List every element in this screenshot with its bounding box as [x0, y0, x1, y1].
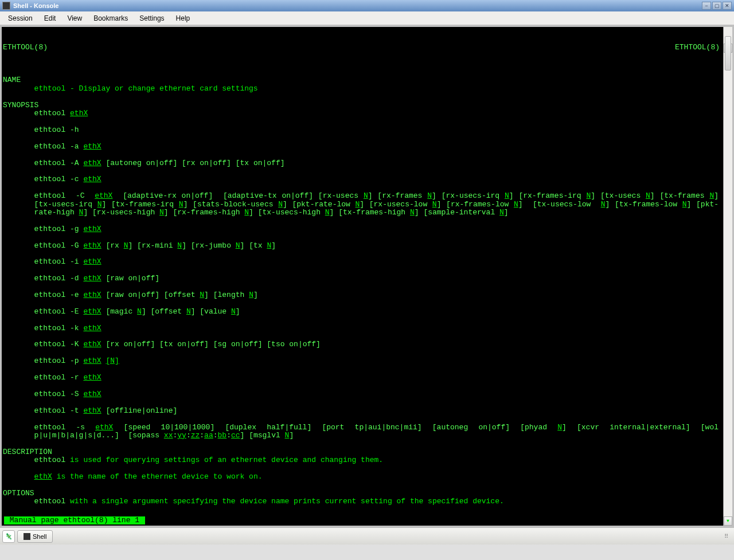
syn-l6-w: ] [rx-usecs-low — [360, 200, 432, 209]
syn-l6-r: N — [179, 200, 184, 209]
terminal[interactable]: ▲ ▼ ETHTOOL(8)ETHTOOL(8) NAME ethtool - … — [2, 27, 732, 526]
syn-l11-c: [raw on|off] [offset — [101, 291, 200, 299]
task-label: Shell — [33, 533, 46, 540]
syn-l11-f: N — [249, 291, 253, 299]
syn-l6-am: ] [tx-frames-high — [330, 208, 410, 217]
desc-cmd: ethtool — [34, 456, 66, 464]
menu-session[interactable]: Session — [2, 13, 38, 24]
syn-l12-g: ] [value — [191, 307, 231, 316]
syn-l17-cmd: ethtool -S — [34, 390, 84, 398]
syn-l19-a: ethtool -s — [34, 423, 96, 432]
syn-l18-opts: [offline|online] — [101, 406, 178, 415]
syn-l8-a: ethtool -G — [34, 241, 84, 250]
syn-l6-l: N — [646, 191, 650, 200]
menu-edit[interactable]: Edit — [38, 13, 62, 24]
syn-l6-ac: ] [tx-frames-low — [605, 200, 682, 209]
syn-l6-b: ethX — [95, 191, 112, 200]
section-name: NAME — [3, 76, 21, 84]
close-button[interactable]: ✕ — [723, 2, 732, 10]
syn-l15-d: [N] — [106, 357, 119, 365]
section-options: OPTIONS — [3, 489, 34, 498]
status-line: Manual page ethtool(8) line 1 — [4, 516, 145, 524]
syn-l4-cmd: ethtool -A — [34, 159, 84, 167]
syn-l6-h: N — [505, 191, 509, 200]
syn-l6-a: ethtool -C — [34, 191, 95, 200]
syn-l15-b: ethX — [83, 357, 101, 365]
syn-l11-d: N — [200, 291, 204, 299]
syn-l6-ak: ] [tx-usecs-high — [249, 208, 325, 217]
syn-l18-cmd: ethtool -t — [34, 406, 84, 415]
syn-l17-arg: ethX — [83, 390, 101, 398]
syn-l19-d: N — [557, 423, 562, 432]
syn-l6-ah: N — [159, 208, 164, 217]
syn-l6-g: ] [rx-usecs-irq — [432, 191, 505, 200]
syn-l6-f: N — [427, 191, 432, 200]
syn-l19-b: ethX — [95, 423, 113, 432]
syn-l6-aq: ] — [504, 208, 509, 217]
syn-l9-cmd: ethtool -i — [34, 257, 84, 266]
syn-l6-k: ] [tx-usecs — [591, 191, 646, 200]
syn-l8-g: ] [rx-jumbo — [182, 241, 236, 250]
app-icon — [2, 2, 10, 10]
syn-l8-e: ] [rx-mini — [128, 241, 177, 250]
start-icon: 🦎 — [5, 533, 12, 539]
section-description: DESCRIPTION — [3, 448, 52, 456]
syn-l8-c: [rx — [101, 241, 124, 250]
syn-l3-cmd: ethtool -a — [34, 142, 84, 151]
syn-l10-cmd: ethtool -d — [34, 274, 84, 283]
syn-l14-opts: [rx on|off] [tx on|off] [sg on|off] [tso… — [101, 340, 321, 348]
syn-l6-u: ] [pkt-rate-low — [283, 200, 356, 209]
syn-l2: ethtool -h — [34, 126, 79, 134]
syn-l6-an: N — [410, 208, 415, 217]
maximize-button[interactable]: ▢ — [712, 2, 721, 10]
system-tray[interactable]: ⠿ — [721, 533, 732, 539]
syn-l6-x: N — [432, 200, 437, 209]
syn-l16-cmd: ethtool -r — [34, 373, 84, 382]
syn-l12-e: ] [offset — [142, 307, 186, 316]
menu-bookmarks[interactable]: Bookmarks — [88, 13, 134, 24]
syn-l8-f: N — [177, 241, 182, 250]
start-button[interactable]: 🦎 — [2, 530, 15, 543]
terminal-icon — [24, 533, 30, 540]
syn-l16-arg: ethX — [83, 373, 101, 382]
syn-l6-ap: N — [499, 208, 504, 217]
syn-l4-opts: [autoneg on|off] [rx on|off] [tx on|off] — [101, 159, 285, 167]
taskbar: 🦎 Shell ⠿ — [0, 527, 734, 545]
scroll-thumb[interactable] — [725, 36, 731, 71]
opt-text1: with a single argument specifying the de… — [65, 497, 504, 506]
menu-settings[interactable]: Settings — [134, 13, 170, 24]
syn-l10-opts: [raw on|off] — [101, 274, 159, 283]
syn-l12-h: N — [231, 307, 236, 316]
syn-l8-k: ] — [271, 241, 276, 250]
terminal-frame: ▲ ▼ ETHTOOL(8)ETHTOOL(8) NAME ethtool - … — [0, 25, 734, 527]
syn-l12-a: ethtool -E — [34, 307, 84, 316]
desc-ethx: ethX — [34, 472, 52, 481]
syn-l6-aj: N — [244, 208, 249, 217]
syn-l11-b: ethX — [83, 291, 101, 299]
syn-l6-ao: ] [sample-interval — [415, 208, 499, 217]
syn-l6-ag: ] [rx-usecs-high — [83, 208, 159, 217]
syn-l4-arg: ethX — [83, 159, 101, 167]
syn-l8-i: ] [tx — [240, 241, 267, 250]
man-header-left: ETHTOOL(8) — [3, 44, 48, 52]
syn-l3-arg: ethX — [83, 142, 101, 151]
menu-help[interactable]: Help — [170, 13, 196, 24]
syn-l15-a: ethtool -p — [34, 357, 84, 365]
syn-l19-h: ] — [289, 431, 294, 440]
syn-l11-a: ethtool -e — [34, 291, 84, 299]
syn-l6-ad: N — [682, 200, 687, 209]
syn-l6-ai: ] [rx-frames-high — [164, 208, 244, 217]
syn-l6-d: N — [364, 191, 368, 200]
scrollbar[interactable]: ▲ ▼ — [723, 27, 732, 526]
minimize-button[interactable]: − — [702, 2, 711, 10]
scroll-down-button[interactable]: ▼ — [724, 516, 732, 526]
syn-l6-c: [adaptive-rx on|off] [adaptive-tx on|off… — [112, 191, 363, 200]
menu-view[interactable]: View — [61, 13, 88, 24]
syn-l6-s: ] [stats-block-usecs — [184, 200, 279, 209]
syn-l6-aa: ] [tx-usecs-low — [518, 200, 601, 209]
desc-text1: is used for querying settings of an ethe… — [65, 456, 383, 464]
window-title: Shell - Konsole — [13, 2, 702, 9]
syn-l6-y: ] [rx-frames-low — [437, 200, 514, 209]
syn-l7-arg: ethX — [83, 225, 101, 233]
taskbar-task-shell[interactable]: Shell — [17, 530, 53, 543]
